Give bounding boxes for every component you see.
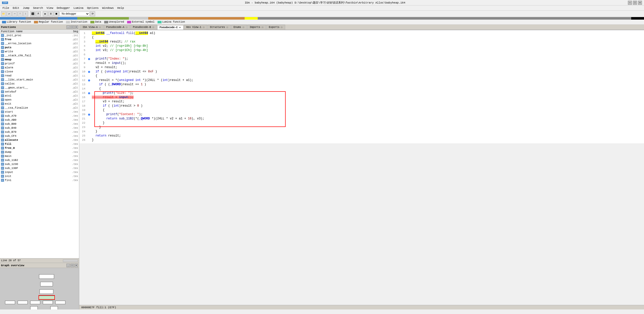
functions-list[interactable]: F_init_proc.iniFfree.pltF__errno_locatio… bbox=[0, 33, 79, 258]
list-item[interactable]: Fsub_130F.tex bbox=[0, 166, 79, 170]
code-line[interactable]: 15 printf("Size: "); bbox=[79, 91, 644, 95]
toolbar-btn-4[interactable]: ↑ bbox=[18, 11, 23, 16]
code-area[interactable]: 1__int64 __fastcall fill(__int64 a1)2{3 … bbox=[79, 30, 644, 143]
list-item[interactable]: Fsub_B40.tex bbox=[0, 126, 79, 130]
code-line[interactable]: 21 return sub_11B2(*(_QWORD *)(24LL * v2… bbox=[79, 117, 644, 121]
toolbar-btn-2[interactable]: ↩ bbox=[7, 11, 12, 16]
menu-item-view[interactable]: View bbox=[45, 6, 55, 10]
menu-item-lumina[interactable]: Lumina bbox=[72, 6, 85, 10]
list-item[interactable]: Fmmap.plt bbox=[0, 58, 79, 62]
close-button[interactable]: ✕ bbox=[638, 1, 642, 5]
code-line[interactable]: 14 { bbox=[79, 87, 644, 91]
tab-close-button[interactable]: □ bbox=[280, 26, 283, 29]
list-item[interactable]: F__cxa_finalize.plt bbox=[0, 106, 79, 110]
tab-pseudocode-a[interactable]: Pseudocode-A□ bbox=[104, 25, 130, 30]
list-item[interactable]: Fputs.plt bbox=[0, 46, 79, 50]
graph-panel-restore[interactable]: □ bbox=[70, 264, 74, 267]
code-line[interactable]: 4 int v2; // [rsp+18h] [rbp-8h] bbox=[79, 44, 644, 48]
menu-item-options[interactable]: Options bbox=[86, 6, 100, 10]
list-item[interactable]: Fsub_AB0.tex bbox=[0, 118, 79, 122]
functions-panel-restore[interactable]: □ bbox=[70, 25, 74, 29]
code-line[interactable]: 25 return result; bbox=[79, 134, 644, 138]
list-item[interactable]: Fwrite.plt bbox=[0, 50, 79, 54]
tab-close-button[interactable]: □ bbox=[125, 26, 128, 29]
code-area-wrapper[interactable]: 1__int64 __fastcall fill(__int64 a1)2{3 … bbox=[79, 30, 644, 305]
list-item[interactable]: Fatol.plt bbox=[0, 94, 79, 98]
tab-close-button[interactable]: □ bbox=[202, 26, 205, 29]
graph-panel-minimize[interactable]: _ bbox=[66, 264, 70, 267]
list-item[interactable]: Ffree_0.tex bbox=[0, 146, 79, 150]
tab-close-button[interactable]: ✖ bbox=[179, 26, 181, 29]
code-line[interactable]: 1__int64 __fastcall fill(__int64 a1) bbox=[79, 31, 644, 35]
toolbar-btn-7[interactable]: A bbox=[36, 11, 41, 16]
list-item[interactable]: Fsub_B70.tex bbox=[0, 130, 79, 134]
list-item[interactable]: Finput.tex bbox=[0, 170, 79, 174]
tab-pseudocode-b[interactable]: Pseudocode-B□ bbox=[131, 25, 157, 30]
line-breakpoint[interactable] bbox=[87, 71, 91, 73]
functions-panel-minimize[interactable]: _ bbox=[66, 25, 70, 29]
list-item[interactable]: Fsub_CF4.tex bbox=[0, 134, 79, 138]
code-line[interactable]: 20 printf("Content: "); bbox=[79, 112, 644, 117]
list-item[interactable]: Fprintf.plt bbox=[0, 62, 79, 66]
line-breakpoint[interactable] bbox=[87, 114, 91, 116]
tab-enums[interactable]: Enums□ bbox=[231, 25, 247, 30]
code-line[interactable]: 11 { bbox=[79, 74, 644, 78]
tab-close-button[interactable]: □ bbox=[99, 26, 101, 29]
code-line[interactable]: 2{ bbox=[79, 35, 644, 40]
menu-item-search[interactable]: Search bbox=[31, 6, 45, 10]
list-item[interactable]: Fdump.tex bbox=[0, 150, 79, 154]
list-item[interactable]: Falarm.plt bbox=[0, 66, 79, 70]
menu-item-edit[interactable]: Edit bbox=[11, 6, 21, 10]
list-item[interactable]: Fopen.plt bbox=[0, 98, 79, 102]
code-line[interactable]: 18 if ( (int)result > 0 ) bbox=[79, 104, 644, 108]
list-item[interactable]: Fmain.tex bbox=[0, 154, 79, 158]
code-line[interactable]: 16 result = input(); bbox=[79, 95, 644, 100]
code-line[interactable]: 24 } bbox=[79, 129, 644, 134]
tab-close-button[interactable]: □ bbox=[261, 26, 264, 29]
list-item[interactable]: Fstart.tex bbox=[0, 110, 79, 114]
tab-structures[interactable]: Structures□ bbox=[208, 25, 231, 30]
code-line[interactable]: 17 v3 = result; bbox=[79, 100, 644, 104]
graph-content[interactable] bbox=[0, 268, 79, 309]
toolbar-btn-9[interactable]: ⏸ bbox=[48, 11, 53, 16]
menu-item-debugger[interactable]: Debugger bbox=[55, 6, 71, 10]
window-controls[interactable]: ─ □ ✕ bbox=[628, 1, 642, 5]
list-item[interactable]: Finit.tex bbox=[0, 174, 79, 178]
code-line[interactable]: 8 result = input(); bbox=[79, 61, 644, 65]
list-item[interactable]: Ffill.tex bbox=[0, 142, 79, 146]
tab-close-button[interactable]: □ bbox=[226, 26, 229, 29]
list-item[interactable]: Fsub_A70.tex bbox=[0, 114, 79, 118]
code-line[interactable]: 10 if ( (unsigned int)result <= 0xF ) bbox=[79, 70, 644, 74]
minimize-button[interactable]: ─ bbox=[628, 1, 632, 5]
debugger-select[interactable]: No debugger bbox=[59, 12, 90, 16]
tab-pseudocode-c[interactable]: Pseudocode-C✖ bbox=[157, 25, 183, 30]
list-item[interactable]: F__libc_start_main.plt bbox=[0, 78, 79, 82]
code-line[interactable]: 7 printf("Index: "); bbox=[79, 57, 644, 61]
tab-hex-view-1[interactable]: Hex View-1□ bbox=[184, 25, 207, 30]
menu-item-windows[interactable]: Windows bbox=[101, 6, 115, 10]
line-breakpoint[interactable] bbox=[87, 58, 91, 60]
line-breakpoint[interactable] bbox=[87, 79, 91, 81]
menu-item-help[interactable]: Help bbox=[116, 6, 125, 10]
toolbar-btn-8[interactable]: ▶ bbox=[43, 11, 48, 16]
code-line[interactable]: 19 { bbox=[79, 108, 644, 112]
code-line[interactable]: 3 __int64 result; // rax bbox=[79, 40, 644, 44]
tab-close-button[interactable]: □ bbox=[242, 26, 245, 29]
toolbar-btn-10[interactable]: ⏹ bbox=[54, 11, 59, 16]
list-item[interactable]: F__gmon_start__.plt bbox=[0, 86, 79, 90]
list-item[interactable]: Fread.plt bbox=[0, 74, 79, 78]
list-item[interactable]: Fclose.plt bbox=[0, 70, 79, 74]
toolbar-btn-3[interactable]: → bbox=[12, 11, 17, 16]
code-line[interactable]: 23 } bbox=[79, 125, 644, 129]
list-item[interactable]: F_init_proc.ini bbox=[0, 33, 79, 37]
tab-close-button[interactable]: □ bbox=[152, 26, 155, 29]
list-item[interactable]: Fsub_B00.tex bbox=[0, 122, 79, 126]
tab-imports[interactable]: Imports□ bbox=[247, 25, 266, 30]
code-line[interactable]: 13 if ( (_DWORD)result == 1 ) bbox=[79, 82, 644, 87]
code-line[interactable]: 9 v2 = result; bbox=[79, 65, 644, 70]
functions-scrollbar[interactable] bbox=[63, 259, 78, 262]
maximize-button[interactable]: □ bbox=[633, 1, 637, 5]
list-item[interactable]: Fsub_123D.tex bbox=[0, 162, 79, 166]
toolbar-btn-1[interactable]: 📁 bbox=[1, 11, 6, 16]
toolbar-btn-6[interactable]: ⬛ bbox=[30, 11, 35, 16]
